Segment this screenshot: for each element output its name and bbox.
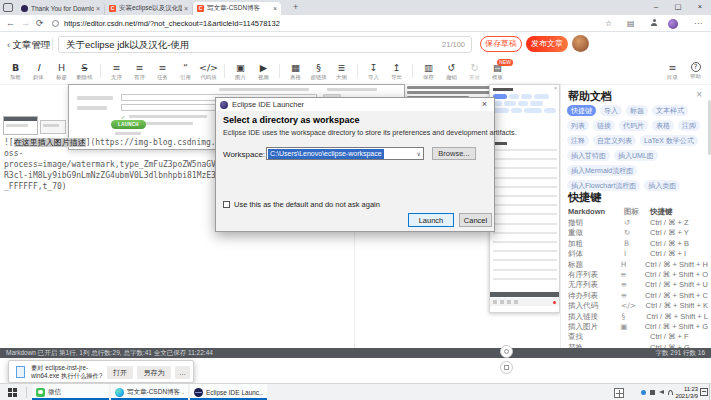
maximize-button[interactable]: ▢ bbox=[667, 0, 689, 15]
help-tag[interactable]: 插入Mermaid流程图 bbox=[567, 165, 637, 176]
taskbar-app-1[interactable]: 微信 bbox=[32, 384, 109, 400]
show-desktop-button[interactable] bbox=[709, 384, 710, 400]
ordered-list-button[interactable]: ≡有序 bbox=[128, 62, 151, 81]
quote-button[interactable]: “引用 bbox=[174, 62, 197, 81]
help-tag[interactable]: LaTeX 数学公式 bbox=[640, 135, 698, 146]
heading-button[interactable]: H标题 bbox=[50, 62, 73, 81]
help-tag[interactable]: 代码片 bbox=[619, 120, 648, 131]
italic-icon: I bbox=[27, 62, 50, 73]
help-tag[interactable]: 链接 bbox=[593, 120, 615, 131]
help-tag[interactable]: 插入类图 bbox=[644, 180, 680, 191]
code-block-button[interactable]: </>代码块 bbox=[197, 62, 220, 81]
volume-icon[interactable] bbox=[659, 390, 664, 394]
toc-button[interactable]: ≡目录 bbox=[661, 62, 684, 81]
help-tag[interactable]: 注脚 bbox=[678, 120, 700, 131]
breadcrumb[interactable]: ‹文章管理 bbox=[7, 39, 50, 52]
installer-launch-button[interactable]: LAUNCH bbox=[111, 120, 146, 129]
help-tag[interactable]: 快捷键 bbox=[567, 105, 596, 116]
italic-button[interactable]: I斜体 bbox=[27, 62, 50, 81]
outline-button[interactable]: ≣大纲 bbox=[330, 62, 353, 81]
toolbar-item-label: 斜体 bbox=[28, 73, 49, 80]
favorites-star-icon[interactable]: ☆ bbox=[605, 15, 612, 32]
ordered-list-icon: ≡ bbox=[128, 62, 151, 73]
start-button[interactable] bbox=[8, 388, 17, 397]
table-button[interactable]: ▦表格 bbox=[284, 62, 307, 81]
save-as-button[interactable]: 另存为 bbox=[137, 366, 171, 379]
help-tag[interactable]: 文本样式 bbox=[652, 105, 688, 116]
site-info-icon[interactable] bbox=[52, 20, 59, 27]
mini-tag bbox=[524, 108, 542, 113]
help-tag[interactable]: 标题 bbox=[626, 105, 648, 116]
forward-icon[interactable]: → bbox=[21, 15, 30, 32]
bold-button[interactable]: B加粗 bbox=[4, 62, 27, 81]
tab-close-icon[interactable]: × bbox=[96, 5, 100, 12]
preview-float-square-button[interactable] bbox=[500, 361, 513, 374]
taskbar-clock[interactable]: 11:23 2021/3/9 bbox=[672, 386, 698, 399]
taskbar-app-2[interactable]: 写文章-CSDN博客 … bbox=[111, 384, 188, 400]
help-tag[interactable]: 列表 bbox=[567, 120, 589, 131]
taskbar-app-3[interactable]: Eclipse IDE Launc... bbox=[190, 384, 267, 400]
action-center-icon[interactable] bbox=[700, 388, 708, 396]
image-button[interactable]: ▣图片 bbox=[229, 62, 252, 81]
back-icon[interactable]: ← bbox=[6, 15, 15, 32]
default-workspace-checkbox[interactable] bbox=[223, 201, 230, 208]
article-title-input[interactable]: 关于eclipse jdk以及汉化-使用 21/100 bbox=[58, 36, 472, 53]
dialog-close-icon[interactable]: × bbox=[482, 98, 487, 111]
help-tag[interactable]: 注释 bbox=[567, 135, 589, 146]
template-button[interactable]: ▤模板NEW bbox=[486, 62, 509, 81]
browser-avatar[interactable] bbox=[668, 19, 678, 29]
dialog-titlebar[interactable]: Eclipse IDE Launcher × bbox=[216, 98, 494, 111]
shortcut-keys: Ctrl / ⌘ + Shift + G bbox=[645, 322, 708, 332]
tab-close-icon[interactable]: × bbox=[184, 5, 188, 12]
save-draft-button[interactable]: 保存草稿 bbox=[480, 36, 522, 52]
close-button[interactable]: × bbox=[689, 0, 711, 15]
help-close-icon[interactable]: × bbox=[696, 89, 702, 100]
toolbar-item-label: 大纲 bbox=[331, 73, 352, 80]
help-tag[interactable]: 插入甘特图 bbox=[567, 150, 610, 161]
publish-button[interactable]: 发布文章 bbox=[526, 36, 568, 52]
cancel-button[interactable]: Cancel bbox=[459, 213, 492, 227]
download-prompt-text: 要对 eclipse-inst-jre- win64.exe 执行什么操作? bbox=[31, 364, 105, 380]
toast-more-button[interactable]: … bbox=[175, 366, 190, 379]
heading-icon: H bbox=[50, 62, 73, 73]
tab-close-icon[interactable]: × bbox=[273, 5, 277, 12]
more-menu-icon[interactable]: ⋯ bbox=[694, 15, 702, 32]
user-avatar[interactable] bbox=[572, 35, 589, 52]
browser-tab-1[interactable]: Thank You for Downloading Ecl× bbox=[17, 2, 105, 15]
input-indicator-icon[interactable] bbox=[614, 388, 624, 398]
minimize-button[interactable]: – bbox=[645, 0, 667, 15]
tab-actions-icon[interactable] bbox=[3, 3, 13, 12]
preview-float-edit-button[interactable] bbox=[500, 345, 513, 358]
browser-tab-2[interactable]: C安装eclipse以及汉化版- CSDN× bbox=[105, 2, 193, 15]
help-button[interactable]: ?帮助 bbox=[684, 62, 707, 80]
wechat-icon bbox=[36, 388, 45, 397]
help-tag[interactable]: 导入 bbox=[600, 105, 622, 116]
undo-button[interactable]: ↺撤销 bbox=[440, 62, 463, 81]
tray-icon-1[interactable] bbox=[641, 390, 646, 395]
hyperlink-button[interactable]: §超链接 bbox=[307, 62, 330, 81]
help-tag[interactable]: 插入UML图 bbox=[614, 150, 658, 161]
workspace-combo[interactable]: C:\Users\Lenovo\eclipse-workspace ∨ bbox=[266, 147, 424, 160]
video-button[interactable]: ▶视频 bbox=[252, 62, 275, 81]
profile-icon[interactable] bbox=[650, 19, 658, 27]
import-button[interactable]: ↧导入 bbox=[362, 62, 385, 81]
help-tag[interactable]: 自定义列表 bbox=[593, 135, 636, 146]
redo-button[interactable]: ↻重做 bbox=[463, 62, 486, 81]
new-tab-button[interactable]: + bbox=[293, 2, 298, 12]
tray-icon-2[interactable] bbox=[650, 390, 655, 395]
save-button[interactable]: ▥保存 bbox=[417, 62, 440, 81]
open-button[interactable]: 打开 bbox=[107, 366, 133, 379]
task-list-button[interactable]: ≡任务 bbox=[151, 62, 174, 81]
collections-icon[interactable]: ▤ bbox=[627, 15, 635, 32]
launch-button[interactable]: Launch bbox=[408, 213, 454, 227]
url-text[interactable]: https://editor.csdn.net/md/?not_checkout… bbox=[64, 15, 280, 32]
strikethrough-button[interactable]: S删除线 bbox=[73, 62, 96, 81]
browse-button[interactable]: Browse... bbox=[432, 147, 476, 160]
browser-tab-3[interactable]: C写文章-CSDN博客× bbox=[193, 2, 281, 15]
export-button[interactable]: ↥导出 bbox=[385, 62, 408, 81]
refresh-icon[interactable]: ⟳ bbox=[36, 15, 44, 32]
help-tag[interactable]: 表格 bbox=[652, 120, 674, 131]
divider bbox=[52, 38, 53, 51]
unordered-list-button[interactable]: ≡无序 bbox=[105, 62, 128, 81]
combo-dropdown-icon[interactable]: ∨ bbox=[417, 149, 421, 159]
